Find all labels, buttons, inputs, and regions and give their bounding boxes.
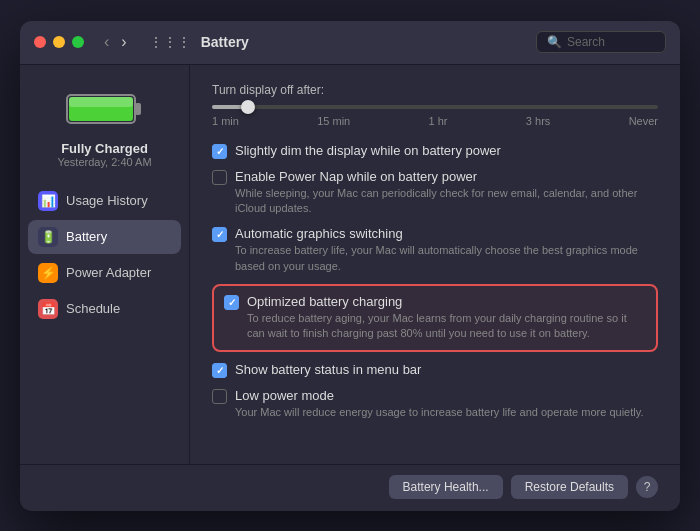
checkbox-low-power[interactable]	[212, 389, 227, 404]
search-icon: 🔍	[547, 35, 562, 49]
content: Fully Charged Yesterday, 2:40 AM 📊 Usage…	[20, 65, 680, 464]
option-power-nap-title: Enable Power Nap while on battery power	[235, 169, 658, 184]
search-placeholder: Search	[567, 35, 605, 49]
window-title: Battery	[201, 34, 526, 50]
option-auto-graphics-text: Automatic graphics switching To increase…	[235, 226, 658, 274]
forward-arrow[interactable]: ›	[117, 31, 130, 53]
titlebar: ‹ › ⋮⋮⋮ Battery 🔍 Search	[20, 21, 680, 65]
svg-rect-3	[69, 97, 133, 107]
option-low-power-title: Low power mode	[235, 388, 643, 403]
sidebar-item-schedule-label: Schedule	[66, 301, 120, 316]
minimize-button[interactable]	[53, 36, 65, 48]
sidebar-item-usage-history[interactable]: 📊 Usage History	[28, 184, 181, 218]
battery-graphic	[65, 89, 145, 129]
sidebar-items: 📊 Usage History 🔋 Battery ⚡ Power Adapte…	[20, 184, 189, 326]
slider-label: Turn display off after:	[212, 83, 658, 97]
usage-history-icon: 📊	[38, 191, 58, 211]
battery-icon: 🔋	[38, 227, 58, 247]
slider-thumb[interactable]	[241, 100, 255, 114]
traffic-lights	[34, 36, 84, 48]
option-auto-graphics: Automatic graphics switching To increase…	[212, 226, 658, 274]
checkbox-dim-display[interactable]	[212, 144, 227, 159]
restore-defaults-button[interactable]: Restore Defaults	[511, 475, 628, 499]
battery-status-label: Fully Charged	[61, 141, 148, 156]
back-arrow[interactable]: ‹	[100, 31, 113, 53]
slider-track[interactable]	[212, 105, 658, 109]
slider-container: Turn display off after: 1 min 15 min 1 h…	[212, 83, 658, 127]
slider-labels: 1 min 15 min 1 hr 3 hrs Never	[212, 115, 658, 127]
battery-time-label: Yesterday, 2:40 AM	[57, 156, 151, 168]
option-optimized-charging-text: Optimized battery charging To reduce bat…	[247, 294, 646, 342]
option-auto-graphics-title: Automatic graphics switching	[235, 226, 658, 241]
option-auto-graphics-desc: To increase battery life, your Mac will …	[235, 243, 658, 274]
maximize-button[interactable]	[72, 36, 84, 48]
sidebar-item-adapter-label: Power Adapter	[66, 265, 151, 280]
option-power-nap-desc: While sleeping, your Mac can periodicall…	[235, 186, 658, 217]
option-optimized-charging-desc: To reduce battery aging, your Mac learns…	[247, 311, 646, 342]
option-power-nap: Enable Power Nap while on battery power …	[212, 169, 658, 217]
option-low-power: Low power mode Your Mac will reduce ener…	[212, 388, 658, 420]
option-optimized-charging: Optimized battery charging To reduce bat…	[224, 294, 646, 342]
sidebar-item-power-adapter[interactable]: ⚡ Power Adapter	[28, 256, 181, 290]
slider-mark-5: Never	[629, 115, 658, 127]
checkbox-optimized-charging[interactable]	[224, 295, 239, 310]
option-optimized-charging-container: Optimized battery charging To reduce bat…	[212, 284, 658, 352]
option-show-status-title: Show battery status in menu bar	[235, 362, 421, 377]
option-dim-display: Slightly dim the display while on batter…	[212, 143, 658, 159]
adapter-icon: ⚡	[38, 263, 58, 283]
option-optimized-charging-title: Optimized battery charging	[247, 294, 646, 309]
option-show-status: Show battery status in menu bar	[212, 362, 658, 378]
schedule-icon: 📅	[38, 299, 58, 319]
sidebar-item-usage-history-label: Usage History	[66, 193, 148, 208]
slider-mark-2: 15 min	[317, 115, 350, 127]
battery-icon-container	[65, 89, 145, 133]
close-button[interactable]	[34, 36, 46, 48]
option-dim-display-text: Slightly dim the display while on batter…	[235, 143, 501, 158]
footer: Battery Health... Restore Defaults ?	[20, 464, 680, 511]
sidebar-item-battery[interactable]: 🔋 Battery	[28, 220, 181, 254]
main-panel: Turn display off after: 1 min 15 min 1 h…	[190, 65, 680, 464]
slider-mark-3: 1 hr	[429, 115, 448, 127]
help-button[interactable]: ?	[636, 476, 658, 498]
sidebar: Fully Charged Yesterday, 2:40 AM 📊 Usage…	[20, 65, 190, 464]
grid-icon[interactable]: ⋮⋮⋮	[149, 34, 191, 50]
option-dim-display-title: Slightly dim the display while on batter…	[235, 143, 501, 158]
svg-rect-1	[135, 103, 141, 115]
option-low-power-text: Low power mode Your Mac will reduce ener…	[235, 388, 643, 420]
sidebar-item-schedule[interactable]: 📅 Schedule	[28, 292, 181, 326]
checkbox-power-nap[interactable]	[212, 170, 227, 185]
main-window: ‹ › ⋮⋮⋮ Battery 🔍 Search	[20, 21, 680, 511]
slider-mark-1: 1 min	[212, 115, 239, 127]
battery-health-button[interactable]: Battery Health...	[389, 475, 503, 499]
option-low-power-desc: Your Mac will reduce energy usage to inc…	[235, 405, 643, 420]
sidebar-item-battery-label: Battery	[66, 229, 107, 244]
checkbox-auto-graphics[interactable]	[212, 227, 227, 242]
checkbox-show-status[interactable]	[212, 363, 227, 378]
option-show-status-text: Show battery status in menu bar	[235, 362, 421, 377]
nav-arrows: ‹ ›	[100, 31, 131, 53]
slider-mark-4: 3 hrs	[526, 115, 550, 127]
option-power-nap-text: Enable Power Nap while on battery power …	[235, 169, 658, 217]
search-bar[interactable]: 🔍 Search	[536, 31, 666, 53]
